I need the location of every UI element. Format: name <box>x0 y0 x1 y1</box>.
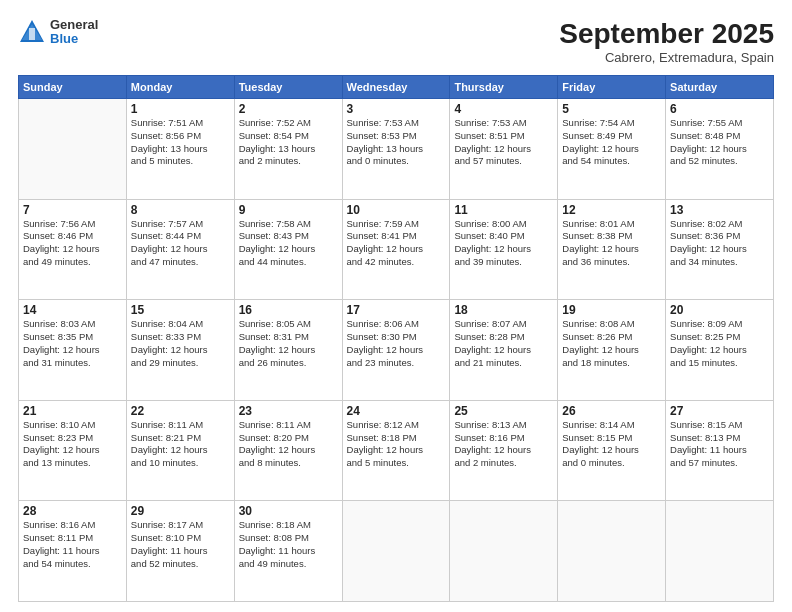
table-row: 17Sunrise: 8:06 AM Sunset: 8:30 PM Dayli… <box>342 300 450 401</box>
day-info: Sunrise: 8:07 AM Sunset: 8:28 PM Dayligh… <box>454 318 553 369</box>
table-row <box>558 501 666 602</box>
col-friday: Friday <box>558 76 666 99</box>
table-row <box>450 501 558 602</box>
table-row: 7Sunrise: 7:56 AM Sunset: 8:46 PM Daylig… <box>19 199 127 300</box>
table-row: 28Sunrise: 8:16 AM Sunset: 8:11 PM Dayli… <box>19 501 127 602</box>
day-number: 3 <box>347 102 446 116</box>
day-number: 23 <box>239 404 338 418</box>
table-row: 27Sunrise: 8:15 AM Sunset: 8:13 PM Dayli… <box>666 400 774 501</box>
day-number: 6 <box>670 102 769 116</box>
day-info: Sunrise: 8:08 AM Sunset: 8:26 PM Dayligh… <box>562 318 661 369</box>
table-row: 24Sunrise: 8:12 AM Sunset: 8:18 PM Dayli… <box>342 400 450 501</box>
day-number: 29 <box>131 504 230 518</box>
logo-blue: Blue <box>50 32 98 46</box>
day-info: Sunrise: 7:52 AM Sunset: 8:54 PM Dayligh… <box>239 117 338 168</box>
day-number: 13 <box>670 203 769 217</box>
table-row: 23Sunrise: 8:11 AM Sunset: 8:20 PM Dayli… <box>234 400 342 501</box>
day-info: Sunrise: 7:51 AM Sunset: 8:56 PM Dayligh… <box>131 117 230 168</box>
day-info: Sunrise: 8:18 AM Sunset: 8:08 PM Dayligh… <box>239 519 338 570</box>
table-row: 21Sunrise: 8:10 AM Sunset: 8:23 PM Dayli… <box>19 400 127 501</box>
logo: General Blue <box>18 18 98 47</box>
day-number: 11 <box>454 203 553 217</box>
table-row: 10Sunrise: 7:59 AM Sunset: 8:41 PM Dayli… <box>342 199 450 300</box>
table-row: 20Sunrise: 8:09 AM Sunset: 8:25 PM Dayli… <box>666 300 774 401</box>
day-info: Sunrise: 8:03 AM Sunset: 8:35 PM Dayligh… <box>23 318 122 369</box>
table-row: 29Sunrise: 8:17 AM Sunset: 8:10 PM Dayli… <box>126 501 234 602</box>
day-number: 24 <box>347 404 446 418</box>
month-title: September 2025 <box>559 18 774 50</box>
day-info: Sunrise: 7:53 AM Sunset: 8:51 PM Dayligh… <box>454 117 553 168</box>
day-number: 2 <box>239 102 338 116</box>
week-row-3: 14Sunrise: 8:03 AM Sunset: 8:35 PM Dayli… <box>19 300 774 401</box>
col-saturday: Saturday <box>666 76 774 99</box>
page: General Blue September 2025 Cabrero, Ext… <box>0 0 792 612</box>
day-info: Sunrise: 8:00 AM Sunset: 8:40 PM Dayligh… <box>454 218 553 269</box>
day-info: Sunrise: 8:12 AM Sunset: 8:18 PM Dayligh… <box>347 419 446 470</box>
table-row: 11Sunrise: 8:00 AM Sunset: 8:40 PM Dayli… <box>450 199 558 300</box>
day-number: 7 <box>23 203 122 217</box>
day-info: Sunrise: 8:17 AM Sunset: 8:10 PM Dayligh… <box>131 519 230 570</box>
day-number: 21 <box>23 404 122 418</box>
logo-text: General Blue <box>50 18 98 47</box>
day-info: Sunrise: 8:05 AM Sunset: 8:31 PM Dayligh… <box>239 318 338 369</box>
day-info: Sunrise: 7:55 AM Sunset: 8:48 PM Dayligh… <box>670 117 769 168</box>
week-row-5: 28Sunrise: 8:16 AM Sunset: 8:11 PM Dayli… <box>19 501 774 602</box>
col-tuesday: Tuesday <box>234 76 342 99</box>
day-info: Sunrise: 8:11 AM Sunset: 8:20 PM Dayligh… <box>239 419 338 470</box>
table-row: 5Sunrise: 7:54 AM Sunset: 8:49 PM Daylig… <box>558 99 666 200</box>
week-row-4: 21Sunrise: 8:10 AM Sunset: 8:23 PM Dayli… <box>19 400 774 501</box>
logo-general: General <box>50 18 98 32</box>
table-row: 3Sunrise: 7:53 AM Sunset: 8:53 PM Daylig… <box>342 99 450 200</box>
day-info: Sunrise: 8:06 AM Sunset: 8:30 PM Dayligh… <box>347 318 446 369</box>
day-number: 1 <box>131 102 230 116</box>
day-info: Sunrise: 8:01 AM Sunset: 8:38 PM Dayligh… <box>562 218 661 269</box>
day-info: Sunrise: 8:02 AM Sunset: 8:36 PM Dayligh… <box>670 218 769 269</box>
svg-rect-2 <box>29 28 35 40</box>
day-info: Sunrise: 7:56 AM Sunset: 8:46 PM Dayligh… <box>23 218 122 269</box>
day-number: 8 <box>131 203 230 217</box>
table-row: 9Sunrise: 7:58 AM Sunset: 8:43 PM Daylig… <box>234 199 342 300</box>
day-number: 4 <box>454 102 553 116</box>
logo-icon <box>18 18 46 46</box>
table-row: 15Sunrise: 8:04 AM Sunset: 8:33 PM Dayli… <box>126 300 234 401</box>
col-thursday: Thursday <box>450 76 558 99</box>
col-monday: Monday <box>126 76 234 99</box>
table-row: 26Sunrise: 8:14 AM Sunset: 8:15 PM Dayli… <box>558 400 666 501</box>
table-row: 16Sunrise: 8:05 AM Sunset: 8:31 PM Dayli… <box>234 300 342 401</box>
table-row: 8Sunrise: 7:57 AM Sunset: 8:44 PM Daylig… <box>126 199 234 300</box>
day-info: Sunrise: 8:04 AM Sunset: 8:33 PM Dayligh… <box>131 318 230 369</box>
day-info: Sunrise: 7:57 AM Sunset: 8:44 PM Dayligh… <box>131 218 230 269</box>
table-row: 30Sunrise: 8:18 AM Sunset: 8:08 PM Dayli… <box>234 501 342 602</box>
table-row: 18Sunrise: 8:07 AM Sunset: 8:28 PM Dayli… <box>450 300 558 401</box>
location: Cabrero, Extremadura, Spain <box>559 50 774 65</box>
day-number: 18 <box>454 303 553 317</box>
day-number: 27 <box>670 404 769 418</box>
calendar-table: Sunday Monday Tuesday Wednesday Thursday… <box>18 75 774 602</box>
header: General Blue September 2025 Cabrero, Ext… <box>18 18 774 65</box>
table-row: 25Sunrise: 8:13 AM Sunset: 8:16 PM Dayli… <box>450 400 558 501</box>
table-row <box>342 501 450 602</box>
table-row: 2Sunrise: 7:52 AM Sunset: 8:54 PM Daylig… <box>234 99 342 200</box>
day-number: 10 <box>347 203 446 217</box>
table-row: 13Sunrise: 8:02 AM Sunset: 8:36 PM Dayli… <box>666 199 774 300</box>
day-number: 12 <box>562 203 661 217</box>
day-number: 14 <box>23 303 122 317</box>
day-number: 16 <box>239 303 338 317</box>
week-row-1: 1Sunrise: 7:51 AM Sunset: 8:56 PM Daylig… <box>19 99 774 200</box>
day-number: 26 <box>562 404 661 418</box>
day-number: 22 <box>131 404 230 418</box>
table-row: 22Sunrise: 8:11 AM Sunset: 8:21 PM Dayli… <box>126 400 234 501</box>
table-row <box>666 501 774 602</box>
week-row-2: 7Sunrise: 7:56 AM Sunset: 8:46 PM Daylig… <box>19 199 774 300</box>
day-info: Sunrise: 8:09 AM Sunset: 8:25 PM Dayligh… <box>670 318 769 369</box>
day-number: 9 <box>239 203 338 217</box>
day-info: Sunrise: 7:53 AM Sunset: 8:53 PM Dayligh… <box>347 117 446 168</box>
table-row: 6Sunrise: 7:55 AM Sunset: 8:48 PM Daylig… <box>666 99 774 200</box>
title-block: September 2025 Cabrero, Extremadura, Spa… <box>559 18 774 65</box>
day-info: Sunrise: 8:16 AM Sunset: 8:11 PM Dayligh… <box>23 519 122 570</box>
day-info: Sunrise: 7:59 AM Sunset: 8:41 PM Dayligh… <box>347 218 446 269</box>
col-sunday: Sunday <box>19 76 127 99</box>
day-number: 15 <box>131 303 230 317</box>
table-row: 1Sunrise: 7:51 AM Sunset: 8:56 PM Daylig… <box>126 99 234 200</box>
day-number: 28 <box>23 504 122 518</box>
